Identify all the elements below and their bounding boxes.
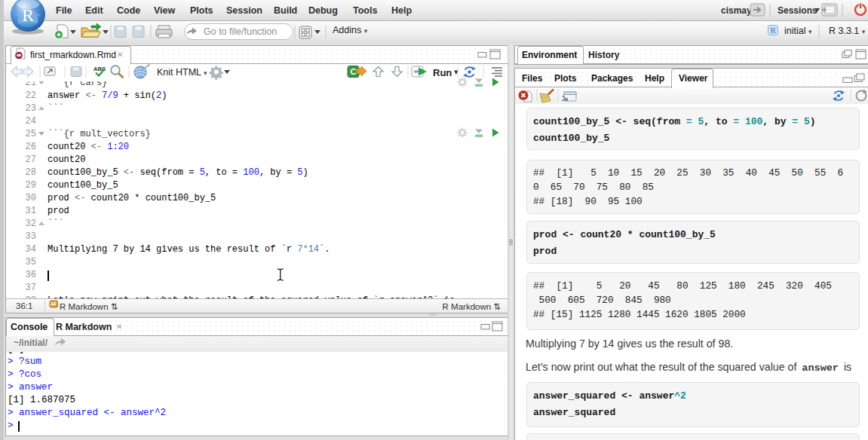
svg-text:R: R [771,26,776,35]
svg-text:R: R [22,5,34,25]
